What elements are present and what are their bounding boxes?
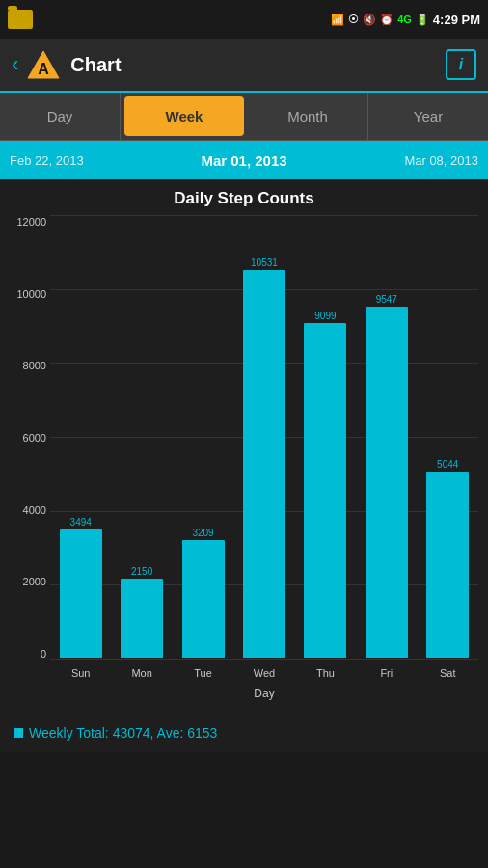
bar-group: 9547Fri <box>356 294 417 658</box>
battery-icon: 🔋 <box>416 14 429 26</box>
bar-value-label: 5044 <box>437 459 458 470</box>
bar-value-label: 3494 <box>70 517 92 528</box>
bar-day-label: Sun <box>71 667 91 679</box>
chart-area: Daily Step Counts 0200040006000800010000… <box>0 179 488 718</box>
y-axis-label: 10000 <box>4 288 46 300</box>
bar-value-label: 2150 <box>131 566 152 577</box>
date-nav-bar: Feb 22, 2013 Mar 01, 2013 Mar 08, 2013 <box>0 141 488 179</box>
y-axis: 020004000600080001000012000 <box>4 216 46 660</box>
y-axis-label: 12000 <box>4 216 46 228</box>
bar-value-label: 3209 <box>192 528 213 538</box>
bar <box>426 472 469 658</box>
signal-icon: 📶 <box>331 14 344 26</box>
date-next[interactable]: Mar 08, 2013 <box>404 153 478 168</box>
bar-group: 10531Wed <box>233 258 294 658</box>
summary-indicator <box>14 728 23 738</box>
bar <box>366 307 408 658</box>
bar-group: 2150Mon <box>111 566 172 658</box>
bar-day-label: Fri <box>380 667 393 679</box>
alarm-icon: ⏰ <box>380 14 393 26</box>
weekly-summary: Weekly Total: 43074, Ave: 6153 <box>0 718 488 752</box>
y-axis-label: 4000 <box>4 504 46 516</box>
tab-bar: Day Week Month Year <box>0 93 488 141</box>
bar <box>243 270 285 658</box>
bar <box>182 540 225 658</box>
tab-month[interactable]: Month <box>248 93 368 140</box>
date-prev[interactable]: Feb 22, 2013 <box>10 153 84 168</box>
status-right: 📶 ⦿ 🔇 ⏰ 4G 🔋 4:29 PM <box>331 13 480 27</box>
bar-day-label: Mon <box>131 667 151 679</box>
y-axis-label: 0 <box>4 648 46 660</box>
folder-icon <box>8 10 33 29</box>
status-left <box>8 10 33 29</box>
status-bar: 📶 ⦿ 🔇 ⏰ 4G 🔋 4:29 PM <box>0 0 488 39</box>
y-axis-label: 6000 <box>4 432 46 444</box>
info-button[interactable]: i <box>446 49 476 80</box>
bar-value-label: 9547 <box>376 294 397 305</box>
chart-container: 020004000600080001000012000 3494Sun2150M… <box>0 216 488 718</box>
bar-group: 9099Thu <box>295 311 356 658</box>
bar-day-label: Wed <box>254 667 275 679</box>
tab-day[interactable]: Day <box>0 93 121 140</box>
tab-week[interactable]: Week <box>124 96 244 136</box>
date-current: Mar 01, 2013 <box>201 152 286 169</box>
back-button[interactable]: ‹ <box>12 52 18 77</box>
bars-area: 3494Sun2150Mon3209Tue10531Wed9099Thu9547… <box>50 216 478 660</box>
bar-value-label: 10531 <box>251 258 278 268</box>
bar-day-label: Sat <box>440 667 456 679</box>
bar-group: 3209Tue <box>173 528 233 658</box>
tab-year[interactable]: Year <box>368 93 488 140</box>
bar <box>121 579 163 658</box>
y-axis-label: 2000 <box>4 576 46 587</box>
summary-text: Weekly Total: 43074, Ave: 6153 <box>29 725 217 741</box>
x-axis-label: Day <box>50 687 478 700</box>
bar-group: 3494Sun <box>50 517 111 658</box>
mute-icon: 🔇 <box>363 14 376 26</box>
app-bar: ‹ A Chart i <box>0 39 488 93</box>
bar-day-label: Thu <box>316 667 335 679</box>
bar-value-label: 9099 <box>314 311 336 321</box>
bar <box>304 323 346 658</box>
chart-title: Daily Step Counts <box>0 189 488 208</box>
bar-group: 5044Sat <box>418 459 478 658</box>
page-title: Chart <box>70 54 446 76</box>
status-time: 4:29 PM <box>433 13 480 27</box>
bar <box>60 529 102 658</box>
network-type-label: 4G <box>397 14 412 25</box>
svg-text:A: A <box>39 61 50 77</box>
wifi-icon: ⦿ <box>348 14 359 25</box>
chart-inner: 020004000600080001000012000 3494Sun2150M… <box>50 216 478 660</box>
y-axis-label: 8000 <box>4 360 46 371</box>
app-logo: A <box>26 47 61 82</box>
bar-day-label: Tue <box>194 667 212 679</box>
